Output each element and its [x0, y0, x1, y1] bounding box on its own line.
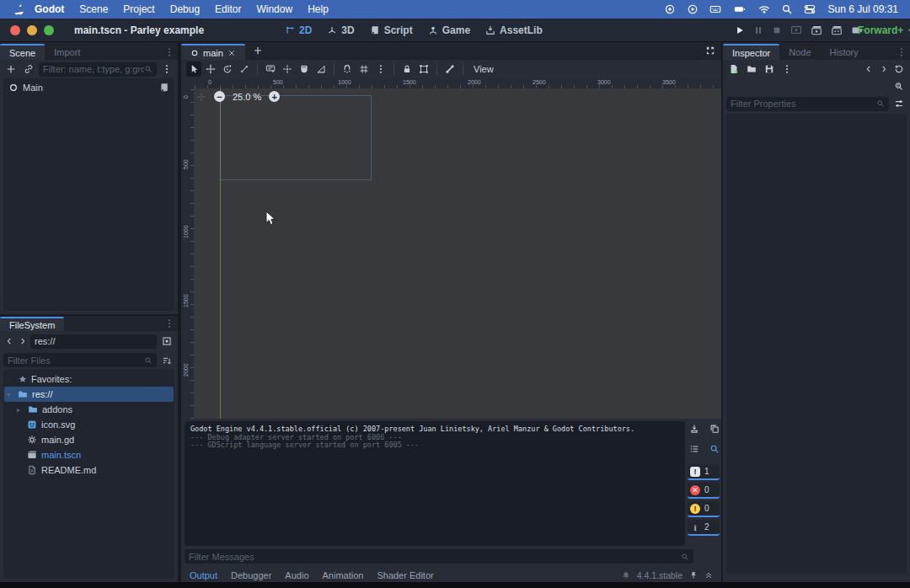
- tab-script[interactable]: Script: [370, 24, 413, 36]
- 2d-viewport[interactable]: − 25.0 % +: [194, 88, 721, 419]
- zoom-window-button[interactable]: [44, 25, 54, 35]
- favorites-row[interactable]: Favorites:: [3, 372, 174, 387]
- expand-panel-icon[interactable]: [704, 571, 713, 580]
- output-log[interactable]: Godot Engine v4.4.1.stable.official (c) …: [185, 421, 685, 546]
- view-menu-button[interactable]: View: [468, 64, 499, 74]
- play-status-icon[interactable]: [687, 3, 699, 15]
- menu-debug[interactable]: Debug: [163, 3, 207, 15]
- tab-filesystem[interactable]: FileSystem: [0, 317, 64, 331]
- play-scene-button[interactable]: [811, 24, 822, 36]
- battery-icon[interactable]: [732, 3, 747, 15]
- collapse-duplicates-icon[interactable]: [687, 441, 702, 457]
- filesystem-dock-menu-icon[interactable]: [164, 318, 174, 329]
- apple-menu[interactable]: [12, 2, 27, 17]
- file-row-icon-svg[interactable]: icon.svg: [3, 417, 174, 432]
- screen-record-icon[interactable]: [664, 3, 676, 15]
- scene-dock-menu-icon[interactable]: [164, 47, 174, 57]
- list-select-tool-button[interactable]: [263, 61, 278, 77]
- smart-snap-button[interactable]: [340, 61, 355, 77]
- ruler-tool-button[interactable]: [313, 61, 329, 77]
- zoom-level[interactable]: 25.0 %: [233, 92, 261, 102]
- history-forward-icon[interactable]: [876, 61, 891, 77]
- skeleton-options-button[interactable]: [442, 61, 458, 77]
- close-window-button[interactable]: [10, 25, 20, 35]
- remote-debug-button[interactable]: [790, 24, 802, 36]
- history-back-icon[interactable]: [861, 61, 876, 77]
- file-row-main-tscn[interactable]: main.tscn: [3, 447, 174, 462]
- add-node-button[interactable]: [3, 61, 19, 77]
- keyboard-icon[interactable]: [709, 3, 721, 15]
- notification-bell-icon[interactable]: [622, 571, 630, 580]
- filter-errors-toggle[interactable]: ✕ 0: [688, 483, 720, 499]
- tab-output[interactable]: Output: [190, 570, 217, 580]
- tab-animation[interactable]: Animation: [323, 570, 364, 580]
- tab-node[interactable]: Node: [779, 44, 820, 60]
- property-tune-icon[interactable]: [891, 96, 907, 111]
- wifi-icon[interactable]: [758, 3, 770, 15]
- menu-window[interactable]: Window: [249, 3, 300, 15]
- distraction-free-icon[interactable]: [703, 43, 718, 58]
- play-custom-scene-button[interactable]: [831, 24, 843, 36]
- menu-scene[interactable]: Scene: [72, 3, 115, 15]
- scene-tab-main[interactable]: main: [181, 44, 245, 60]
- file-row-readme[interactable]: README.md: [3, 462, 174, 478]
- tab-history[interactable]: History: [821, 44, 868, 60]
- nav-forward-icon[interactable]: [17, 334, 28, 349]
- renderer-selector[interactable]: Forward+: [858, 24, 910, 36]
- zoom-in-button[interactable]: +: [269, 91, 280, 102]
- load-resource-icon[interactable]: [744, 61, 759, 77]
- scene-tree-menu-icon[interactable]: [159, 61, 174, 77]
- menu-editor[interactable]: Editor: [207, 3, 249, 15]
- file-filter-input[interactable]: [8, 355, 144, 366]
- grid-snap-button[interactable]: [356, 61, 372, 77]
- pin-panel-icon[interactable]: [689, 571, 698, 580]
- tab-2d[interactable]: 2D: [285, 24, 312, 36]
- scale-tool-button[interactable]: [237, 61, 252, 77]
- menu-project[interactable]: Project: [115, 3, 162, 15]
- file-sort-button[interactable]: [159, 353, 174, 368]
- pan-tool-button[interactable]: [297, 61, 312, 77]
- center-view-icon[interactable]: [196, 92, 206, 102]
- close-icon[interactable]: [228, 49, 236, 57]
- file-row-res[interactable]: ▾ res://: [3, 387, 174, 402]
- expand-arrow-icon[interactable]: ▸: [17, 406, 24, 414]
- snap-options-icon[interactable]: [373, 61, 388, 77]
- nav-back-icon[interactable]: [3, 334, 14, 349]
- tab-audio[interactable]: Audio: [285, 570, 308, 580]
- focus-file-button[interactable]: [159, 334, 174, 349]
- rotate-tool-button[interactable]: [220, 61, 235, 77]
- new-resource-icon[interactable]: [726, 61, 741, 77]
- menu-help[interactable]: Help: [300, 3, 336, 15]
- tab-inspector[interactable]: Inspector: [723, 44, 779, 60]
- tab-assetlib[interactable]: AssetLib: [485, 24, 543, 36]
- menu-godot[interactable]: Godot: [27, 3, 72, 15]
- new-scene-tab-button[interactable]: [250, 43, 265, 58]
- path-input[interactable]: [35, 336, 153, 346]
- object-history-icon[interactable]: [891, 61, 907, 77]
- pivot-tool-button[interactable]: [280, 61, 295, 77]
- filter-messages-toggle[interactable]: ! 1: [688, 464, 720, 480]
- version-label[interactable]: 4.4.1.stable: [637, 570, 682, 580]
- lock-selection-button[interactable]: [399, 61, 415, 77]
- group-selection-button[interactable]: [416, 61, 431, 77]
- instance-scene-button[interactable]: [21, 61, 36, 77]
- play-button[interactable]: [735, 25, 745, 35]
- tab-import[interactable]: Import: [45, 44, 89, 60]
- filter-messages-input[interactable]: [189, 552, 681, 562]
- control-center-icon[interactable]: [804, 3, 816, 15]
- filter-warnings-toggle[interactable]: ! 0: [688, 501, 720, 517]
- stop-button[interactable]: [772, 25, 782, 35]
- move-tool-button[interactable]: [203, 61, 218, 77]
- tab-debugger[interactable]: Debugger: [231, 570, 271, 580]
- spotlight-icon[interactable]: [781, 3, 793, 15]
- filter-info-toggle[interactable]: i 2: [688, 520, 720, 536]
- scene-tree-node-main[interactable]: Main: [3, 78, 174, 97]
- collapse-arrow-icon[interactable]: ▾: [7, 391, 13, 398]
- tab-scene[interactable]: Scene: [0, 44, 45, 60]
- open-script-icon[interactable]: [159, 83, 169, 93]
- zoom-out-button[interactable]: −: [214, 91, 225, 102]
- file-row-addons[interactable]: ▸ addons: [3, 402, 174, 417]
- minimize-window-button[interactable]: [27, 25, 37, 35]
- open-docs-icon[interactable]: [891, 79, 907, 94]
- copy-output-icon[interactable]: [707, 421, 722, 436]
